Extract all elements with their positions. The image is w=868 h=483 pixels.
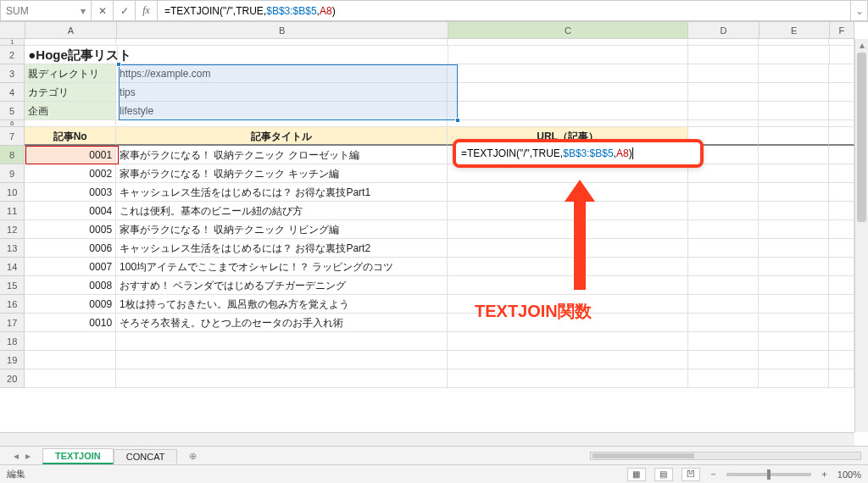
grid-row: 2 ●Hoge記事リスト	[0, 46, 854, 64]
row-header[interactable]: 18	[0, 332, 25, 351]
table-row: 130006キャッシュレス生活をはじめるには？ お得な裏技Part2	[0, 239, 854, 258]
formula-token-ref: A8	[320, 5, 332, 17]
column-headers: A B C D E F	[25, 22, 854, 39]
col-header-D[interactable]: D	[688, 22, 759, 39]
article-no[interactable]: 0001	[25, 146, 116, 164]
article-title[interactable]: 1枚は持っておきたい。風呂敷の包み方を覚えよう	[116, 295, 448, 314]
row-header[interactable]: 7	[0, 127, 25, 146]
sheet-tab-concat[interactable]: CONCAT	[114, 449, 178, 464]
formula-token-pre: =TEXTJOIN("/",TRUE,	[164, 5, 266, 17]
sheet-title[interactable]: ●Hoge記事リスト	[25, 46, 118, 64]
vertical-scrollbar[interactable]: ▴	[854, 39, 868, 432]
grid-row: 5 企画 lifestyle	[0, 102, 854, 120]
sheet-tab-textjoin[interactable]: TEXTJOIN	[42, 448, 114, 464]
article-no[interactable]: 0007	[25, 258, 116, 276]
row-header[interactable]: 10	[0, 183, 25, 202]
row-header[interactable]: 6	[0, 120, 25, 127]
col-title-no[interactable]: 記事No	[25, 127, 116, 146]
cell-editor[interactable]: =TEXTJOIN("/",TRUE, $B$3:$B$5 , A8 )	[453, 139, 704, 168]
row-header[interactable]: 15	[0, 276, 25, 295]
horizontal-scrollbar[interactable]	[590, 452, 861, 460]
cancel-formula-button[interactable]: ✕	[92, 0, 114, 21]
formula-bar: SUM ▾ ✕ ✓ fx =TEXTJOIN("/",TRUE, $B$3:$B…	[0, 0, 868, 22]
param-label[interactable]: 企画	[25, 102, 116, 120]
row-header[interactable]: 3	[0, 64, 25, 83]
tab-nav-prev-icon[interactable]: ◂	[10, 450, 22, 462]
row-header[interactable]: 8	[0, 146, 25, 164]
article-title[interactable]: これは便利。基本のビニール紐の結び方	[116, 202, 448, 220]
col-title-title[interactable]: 記事タイトル	[116, 127, 448, 146]
formula-input[interactable]: =TEXTJOIN("/",TRUE, $B$3:$B$5 , A8 )	[158, 0, 851, 21]
table-row: 8 0001 家事がラクになる！ 収納テクニック クローゼット編	[0, 146, 854, 164]
article-title[interactable]: キャッシュレス生活をはじめるには？ お得な裏技Part2	[116, 239, 448, 258]
name-box-dropdown-icon[interactable]: ▾	[81, 5, 86, 17]
row-header[interactable]: 19	[0, 351, 25, 369]
article-no[interactable]: 0010	[25, 314, 116, 332]
article-no[interactable]: 0009	[25, 295, 116, 314]
col-header-E[interactable]: E	[760, 22, 830, 39]
article-no[interactable]: 0005	[25, 220, 116, 239]
article-no[interactable]: 0002	[25, 164, 116, 183]
grid-row: 3 親ディレクトリ https://example.com	[0, 64, 854, 83]
param-label[interactable]: カテゴリ	[25, 83, 116, 102]
zoom-out-button[interactable]: －	[709, 468, 718, 480]
param-value[interactable]: lifestyle	[116, 102, 448, 120]
table-header-row: 7 記事No 記事タイトル URL（記事）	[0, 127, 854, 146]
name-box-value: SUM	[6, 5, 29, 17]
view-pagelayout-button[interactable]: ▤	[654, 468, 673, 481]
view-normal-button[interactable]: ▦	[627, 468, 646, 481]
article-no[interactable]: 0004	[25, 202, 116, 220]
status-mode: 編集	[7, 468, 25, 480]
article-title[interactable]: そろそろ衣替え。ひとつ上のセータのお手入れ術	[116, 314, 448, 332]
add-sheet-button[interactable]: ⊕	[177, 449, 201, 464]
grid-row: 6	[0, 120, 854, 127]
grid-rows: 1 2 ●Hoge記事リスト 3 親ディレクトリ https://example…	[0, 39, 854, 432]
insert-function-button[interactable]: fx	[136, 0, 158, 21]
horizontal-scrollbar-area	[0, 432, 854, 446]
article-no[interactable]: 0003	[25, 183, 116, 202]
article-title[interactable]: 家事がラクになる！ 収納テクニック リビング編	[116, 220, 448, 239]
tab-nav-next-icon[interactable]: ▸	[22, 450, 34, 462]
zoom-level[interactable]: 100%	[837, 469, 861, 480]
status-bar: 編集 ▦ ▤ 凹 － ＋ 100%	[0, 464, 868, 483]
select-all-corner[interactable]	[0, 22, 25, 39]
zoom-in-button[interactable]: ＋	[820, 468, 829, 480]
annotation-label: TEXTJOIN関数	[475, 300, 592, 323]
accept-formula-button[interactable]: ✓	[114, 0, 136, 21]
article-title[interactable]: 家事がラクになる！ 収納テクニック クローゼット編	[116, 146, 448, 164]
table-row: 120005家事がラクになる！ 収納テクニック リビング編	[0, 220, 854, 239]
article-title[interactable]: キャッシュレス生活をはじめるには？ お得な裏技Part1	[116, 183, 448, 202]
formula-bar-expand-icon[interactable]: ⌄	[851, 0, 868, 21]
grid-row: 19	[0, 351, 854, 369]
spreadsheet-grid[interactable]: A B C D E F 1 2 ●Hoge記事リスト 3 親ディレクトリ htt…	[0, 22, 868, 446]
article-title[interactable]: おすすめ！ ベランダではじめるプチガーデニング	[116, 276, 448, 295]
param-label[interactable]: 親ディレクトリ	[25, 64, 116, 83]
sheet-tab-bar: ◂ ▸ TEXTJOIN CONCAT ⊕	[0, 446, 868, 464]
row-header[interactable]: 2	[0, 46, 25, 64]
table-row: 110004これは便利。基本のビニール紐の結び方	[0, 202, 854, 220]
col-header-F[interactable]: F	[830, 22, 854, 39]
row-header[interactable]: 1	[0, 39, 25, 46]
col-header-A[interactable]: A	[25, 22, 117, 39]
row-header[interactable]: 9	[0, 164, 25, 183]
col-header-C[interactable]: C	[448, 22, 689, 39]
row-header[interactable]: 11	[0, 202, 25, 220]
row-header[interactable]: 14	[0, 258, 25, 276]
article-title[interactable]: 100均アイテムでここまでオシャレに！？ ラッピングのコツ	[116, 258, 448, 276]
row-header[interactable]: 20	[0, 369, 25, 388]
row-header[interactable]: 13	[0, 239, 25, 258]
col-header-B[interactable]: B	[117, 22, 448, 39]
row-header[interactable]: 5	[0, 102, 25, 120]
row-header[interactable]: 16	[0, 295, 25, 314]
article-no[interactable]: 0008	[25, 276, 116, 295]
param-value[interactable]: tips	[116, 83, 448, 102]
param-value[interactable]: https://example.com	[116, 64, 448, 83]
row-header[interactable]: 12	[0, 220, 25, 239]
article-no[interactable]: 0006	[25, 239, 116, 258]
row-header[interactable]: 4	[0, 83, 25, 102]
zoom-slider[interactable]	[726, 473, 811, 476]
row-header[interactable]: 17	[0, 314, 25, 332]
name-box[interactable]: SUM ▾	[0, 0, 92, 21]
view-pagebreak-button[interactable]: 凹	[682, 468, 700, 481]
article-title[interactable]: 家事がラクになる！ 収納テクニック キッチン編	[116, 164, 448, 183]
